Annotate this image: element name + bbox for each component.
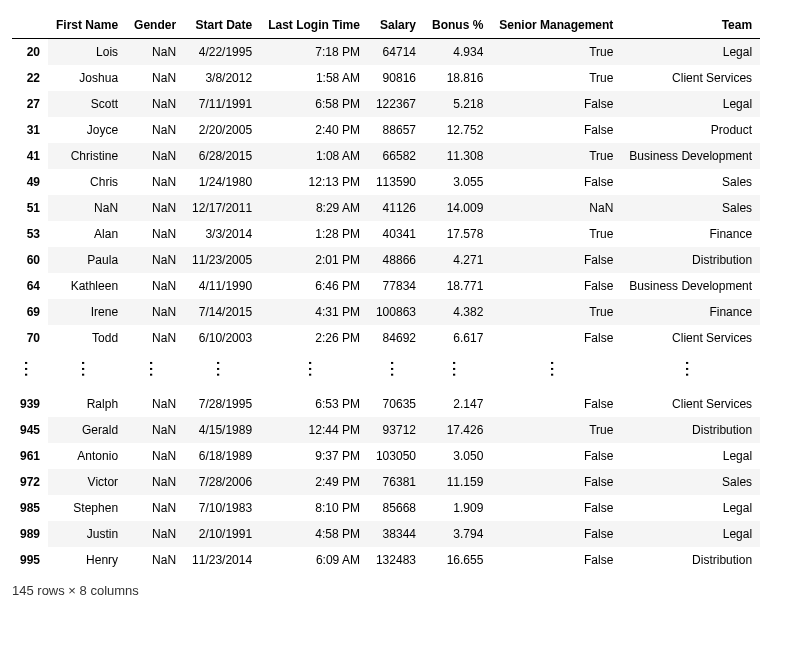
cell: Legal bbox=[621, 495, 760, 521]
cell: 3/8/2012 bbox=[184, 65, 260, 91]
col-header: First Name bbox=[48, 12, 126, 39]
cell: Legal bbox=[621, 39, 760, 66]
cell: Legal bbox=[621, 521, 760, 547]
ellipsis-cell: ... bbox=[491, 351, 621, 391]
col-header: Salary bbox=[368, 12, 424, 39]
cell: 7:18 PM bbox=[260, 39, 368, 66]
table-row: 64KathleenNaN4/11/19906:46 PM7783418.771… bbox=[12, 273, 760, 299]
cell: 4:31 PM bbox=[260, 299, 368, 325]
cell: 6:46 PM bbox=[260, 273, 368, 299]
cell: 7/14/2015 bbox=[184, 299, 260, 325]
cell: Client Services bbox=[621, 391, 760, 417]
ellipsis-cell: ... bbox=[48, 351, 126, 391]
cell: 3.794 bbox=[424, 521, 491, 547]
ellipsis-cell: ... bbox=[621, 351, 760, 391]
cell: False bbox=[491, 469, 621, 495]
table-row: 49ChrisNaN1/24/198012:13 PM1135903.055Fa… bbox=[12, 169, 760, 195]
cell: 1:28 PM bbox=[260, 221, 368, 247]
cell: Business Development bbox=[621, 143, 760, 169]
cell: NaN bbox=[126, 169, 184, 195]
cell: Justin bbox=[48, 521, 126, 547]
cell: False bbox=[491, 521, 621, 547]
cell: 4.271 bbox=[424, 247, 491, 273]
cell: False bbox=[491, 91, 621, 117]
ellipsis-row: ........................... bbox=[12, 351, 760, 391]
cell: 7/11/1991 bbox=[184, 91, 260, 117]
cell: 3.050 bbox=[424, 443, 491, 469]
row-index: 972 bbox=[12, 469, 48, 495]
cell: 7/28/1995 bbox=[184, 391, 260, 417]
cell: 11/23/2014 bbox=[184, 547, 260, 573]
cell: False bbox=[491, 247, 621, 273]
cell: 12/17/2011 bbox=[184, 195, 260, 221]
col-header: Start Date bbox=[184, 12, 260, 39]
cell: 17.578 bbox=[424, 221, 491, 247]
cell: Distribution bbox=[621, 247, 760, 273]
cell: 5.218 bbox=[424, 91, 491, 117]
cell: 40341 bbox=[368, 221, 424, 247]
col-header: Senior Management bbox=[491, 12, 621, 39]
row-index: 939 bbox=[12, 391, 48, 417]
cell: 6:09 AM bbox=[260, 547, 368, 573]
cell: 1.909 bbox=[424, 495, 491, 521]
cell: 85668 bbox=[368, 495, 424, 521]
cell: NaN bbox=[126, 391, 184, 417]
cell: 64714 bbox=[368, 39, 424, 66]
cell: Business Development bbox=[621, 273, 760, 299]
cell: 3/3/2014 bbox=[184, 221, 260, 247]
dataframe-table: First Name Gender Start Date Last Login … bbox=[12, 12, 760, 573]
cell: NaN bbox=[126, 443, 184, 469]
cell: 4/15/1989 bbox=[184, 417, 260, 443]
cell: Ralph bbox=[48, 391, 126, 417]
cell: 6/10/2003 bbox=[184, 325, 260, 351]
cell: 11.308 bbox=[424, 143, 491, 169]
cell: 1:58 AM bbox=[260, 65, 368, 91]
ellipsis-cell: ... bbox=[260, 351, 368, 391]
cell: 93712 bbox=[368, 417, 424, 443]
cell: 2:49 PM bbox=[260, 469, 368, 495]
cell: Joyce bbox=[48, 117, 126, 143]
table-row: 995HenryNaN11/23/20146:09 AM13248316.655… bbox=[12, 547, 760, 573]
col-header: Bonus % bbox=[424, 12, 491, 39]
cell: 100863 bbox=[368, 299, 424, 325]
cell: 3.055 bbox=[424, 169, 491, 195]
row-index: 70 bbox=[12, 325, 48, 351]
cell: Lois bbox=[48, 39, 126, 66]
cell: 9:37 PM bbox=[260, 443, 368, 469]
cell: False bbox=[491, 325, 621, 351]
cell: 6:53 PM bbox=[260, 391, 368, 417]
col-header: Last Login Time bbox=[260, 12, 368, 39]
row-index: 989 bbox=[12, 521, 48, 547]
cell: False bbox=[491, 547, 621, 573]
cell: 6.617 bbox=[424, 325, 491, 351]
cell: Joshua bbox=[48, 65, 126, 91]
cell: 132483 bbox=[368, 547, 424, 573]
cell: False bbox=[491, 169, 621, 195]
ellipsis-cell: ... bbox=[126, 351, 184, 391]
cell: 7/28/2006 bbox=[184, 469, 260, 495]
row-index: 20 bbox=[12, 39, 48, 66]
cell: 11/23/2005 bbox=[184, 247, 260, 273]
table-row: 69IreneNaN7/14/20154:31 PM1008634.382Tru… bbox=[12, 299, 760, 325]
cell: NaN bbox=[126, 65, 184, 91]
cell: 113590 bbox=[368, 169, 424, 195]
cell: Legal bbox=[621, 91, 760, 117]
row-index: 51 bbox=[12, 195, 48, 221]
cell: NaN bbox=[126, 39, 184, 66]
cell: Distribution bbox=[621, 547, 760, 573]
cell: Antonio bbox=[48, 443, 126, 469]
cell: 90816 bbox=[368, 65, 424, 91]
cell: NaN bbox=[126, 273, 184, 299]
cell: NaN bbox=[126, 143, 184, 169]
cell: 76381 bbox=[368, 469, 424, 495]
cell: NaN bbox=[126, 495, 184, 521]
cell: Christine bbox=[48, 143, 126, 169]
row-index: 945 bbox=[12, 417, 48, 443]
cell: 66582 bbox=[368, 143, 424, 169]
row-index: 985 bbox=[12, 495, 48, 521]
cell: Paula bbox=[48, 247, 126, 273]
cell: Alan bbox=[48, 221, 126, 247]
cell: 12.752 bbox=[424, 117, 491, 143]
table-row: 985StephenNaN7/10/19838:10 PM856681.909F… bbox=[12, 495, 760, 521]
cell: Scott bbox=[48, 91, 126, 117]
